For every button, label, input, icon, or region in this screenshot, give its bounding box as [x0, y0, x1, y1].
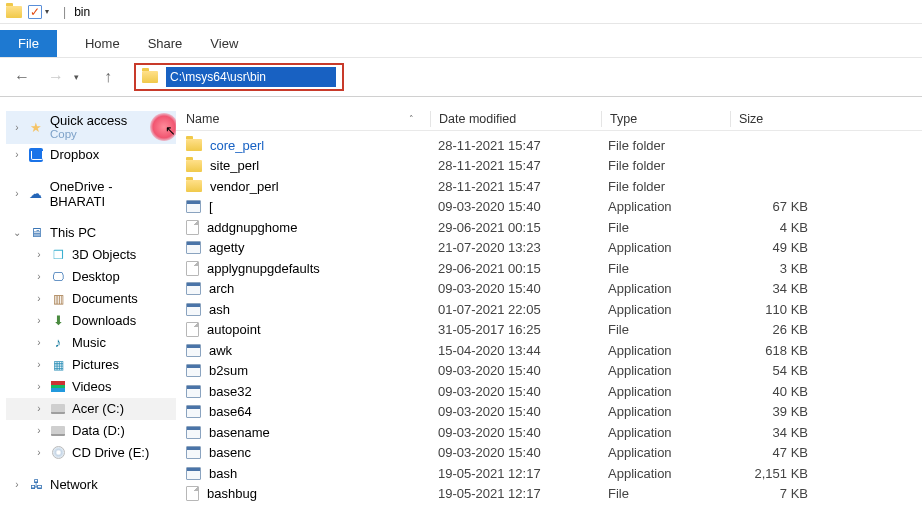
sidebar-item-desktop[interactable]: ›🖵Desktop — [6, 266, 176, 288]
expand-collapse-icon[interactable]: › — [34, 293, 44, 304]
expand-collapse-icon[interactable]: › — [12, 149, 22, 160]
file-size: 4 KB — [736, 220, 836, 235]
column-headers: Name˄ Date modified Type Size — [176, 107, 922, 131]
file-row[interactable]: site_perl28-11-2021 15:47File folder — [176, 156, 922, 177]
desktop-icon: 🖵 — [50, 269, 66, 285]
file-row[interactable]: core_perl28-11-2021 15:47File folder — [176, 135, 922, 156]
file-row[interactable]: bash19-05-2021 12:17Application2,151 KB — [176, 463, 922, 484]
file-type: Application — [608, 466, 736, 481]
sidebar-item-dropbox[interactable]: › Dropbox — [6, 144, 176, 166]
ribbon-file-button[interactable]: File⌄ — [0, 30, 57, 57]
expand-collapse-icon[interactable]: › — [34, 271, 44, 282]
column-header-name[interactable]: Name˄ — [186, 112, 438, 126]
file-date: 09-03-2020 15:40 — [438, 363, 608, 378]
expand-collapse-icon[interactable]: › — [12, 188, 22, 199]
address-input[interactable] — [166, 67, 336, 87]
sidebar-item-downloads[interactable]: ›⬇Downloads — [6, 310, 176, 332]
file-row[interactable]: [09-03-2020 15:40Application67 KB — [176, 197, 922, 218]
file-name: applygnupgdefaults — [207, 261, 320, 276]
file-type: Application — [608, 363, 736, 378]
file-row[interactable]: vendor_perl28-11-2021 15:47File folder — [176, 176, 922, 197]
expand-collapse-icon[interactable]: › — [34, 381, 44, 392]
sidebar-item-videos[interactable]: ›Videos — [6, 376, 176, 398]
sidebar-item-data-d-[interactable]: ›Data (D:) — [6, 420, 176, 442]
expand-collapse-icon[interactable]: ⌄ — [12, 227, 22, 238]
file-list-pane: Name˄ Date modified Type Size core_perl2… — [176, 103, 922, 514]
file-row[interactable]: applygnupgdefaults29-06-2021 00:15File3 … — [176, 258, 922, 279]
file-size: 34 KB — [736, 425, 836, 440]
file-row[interactable]: bashbug19-05-2021 12:17File7 KB — [176, 484, 922, 505]
sidebar-item-quick-access[interactable]: › ★ Quick access Copy ↖ — [6, 111, 176, 144]
file-row[interactable]: arch09-03-2020 15:40Application34 KB — [176, 279, 922, 300]
file-row[interactable]: awk15-04-2020 13:44Application618 KB — [176, 340, 922, 361]
expand-collapse-icon[interactable]: › — [34, 337, 44, 348]
file-date: 28-11-2021 15:47 — [438, 158, 608, 173]
application-icon — [186, 467, 201, 480]
expand-collapse-icon[interactable]: › — [34, 315, 44, 326]
file-row[interactable]: base3209-03-2020 15:40Application40 KB — [176, 381, 922, 402]
file-row[interactable]: base6409-03-2020 15:40Application39 KB — [176, 402, 922, 423]
sidebar-item-label: Downloads — [72, 313, 136, 328]
file-size: 40 KB — [736, 384, 836, 399]
computer-icon: 🖥 — [28, 225, 44, 241]
sidebar-item-music[interactable]: ›♪Music — [6, 332, 176, 354]
file-size: 39 KB — [736, 404, 836, 419]
sidebar-item-network[interactable]: › 🖧 Network — [6, 474, 176, 496]
file-row[interactable]: b2sum09-03-2020 15:40Application54 KB — [176, 361, 922, 382]
file-row[interactable]: basename09-03-2020 15:40Application34 KB — [176, 422, 922, 443]
address-bar[interactable] — [134, 63, 344, 91]
up-button[interactable]: ↑ — [100, 69, 116, 85]
file-date: 01-07-2021 22:05 — [438, 302, 608, 317]
file-row[interactable]: agetty21-07-2020 13:23Application49 KB — [176, 238, 922, 259]
cloud-icon: ☁ — [28, 186, 44, 202]
history-dropdown-icon[interactable]: ▾ — [74, 72, 82, 82]
file-name: [ — [209, 199, 213, 214]
expand-collapse-icon[interactable]: › — [34, 403, 44, 414]
sidebar-item-pictures[interactable]: ›▦Pictures — [6, 354, 176, 376]
file-name: awk — [209, 343, 232, 358]
expand-collapse-icon[interactable]: › — [34, 447, 44, 458]
file-row[interactable]: ash01-07-2021 22:05Application110 KB — [176, 299, 922, 320]
file-date: 19-05-2021 12:17 — [438, 466, 608, 481]
back-button[interactable]: ← — [14, 69, 30, 85]
sidebar-item-label: Pictures — [72, 357, 119, 372]
file-size: 34 KB — [736, 281, 836, 296]
sidebar-item-this-pc[interactable]: ⌄ 🖥 This PC — [6, 222, 176, 244]
expand-collapse-icon[interactable]: › — [34, 425, 44, 436]
pictures-icon: ▦ — [50, 357, 66, 373]
column-header-date[interactable]: Date modified — [439, 112, 609, 126]
ribbon-tab-home[interactable]: Home — [71, 30, 134, 57]
cd-icon — [52, 446, 65, 459]
file-date: 19-05-2021 12:17 — [438, 486, 608, 501]
application-icon — [186, 344, 201, 357]
cursor-arrow-icon: ↖ — [165, 123, 176, 138]
column-header-type[interactable]: Type — [610, 112, 738, 126]
file-name: agetty — [209, 240, 244, 255]
sidebar-item-label: Network — [50, 477, 98, 492]
application-icon — [186, 405, 201, 418]
ribbon-tab-share[interactable]: Share — [134, 30, 197, 57]
file-date: 09-03-2020 15:40 — [438, 445, 608, 460]
column-header-size[interactable]: Size — [739, 112, 839, 126]
titlebar: ✓ ▾ | bin — [0, 0, 922, 24]
expand-collapse-icon[interactable]: › — [12, 122, 22, 133]
sidebar-item-cd-drive-e-[interactable]: ›CD Drive (E:) — [6, 442, 176, 464]
sidebar-item-acer-c-[interactable]: ›Acer (C:) — [6, 398, 176, 420]
expand-collapse-icon[interactable]: › — [34, 359, 44, 370]
sidebar-quick-access-label: Quick access — [50, 114, 127, 128]
file-type: Application — [608, 384, 736, 399]
expand-collapse-icon[interactable]: › — [34, 249, 44, 260]
application-icon — [186, 241, 201, 254]
chevron-down-icon[interactable]: ▾ — [45, 7, 55, 16]
qat-checkbox-icon[interactable]: ✓ — [28, 5, 42, 19]
sidebar-item-onedrive[interactable]: › ☁ OneDrive - BHARATI — [6, 176, 176, 212]
file-row[interactable]: basenc09-03-2020 15:40Application47 KB — [176, 443, 922, 464]
expand-collapse-icon[interactable]: › — [12, 479, 22, 490]
window-title: bin — [74, 5, 90, 19]
ribbon-tab-view[interactable]: View — [196, 30, 252, 57]
file-row[interactable]: autopoint31-05-2017 16:25File26 KB — [176, 320, 922, 341]
file-row[interactable]: addgnupghome29-06-2021 00:15File4 KB — [176, 217, 922, 238]
videos-icon — [51, 381, 65, 392]
sidebar-item-3d-objects[interactable]: ›❒3D Objects — [6, 244, 176, 266]
sidebar-item-documents[interactable]: ›▥Documents — [6, 288, 176, 310]
